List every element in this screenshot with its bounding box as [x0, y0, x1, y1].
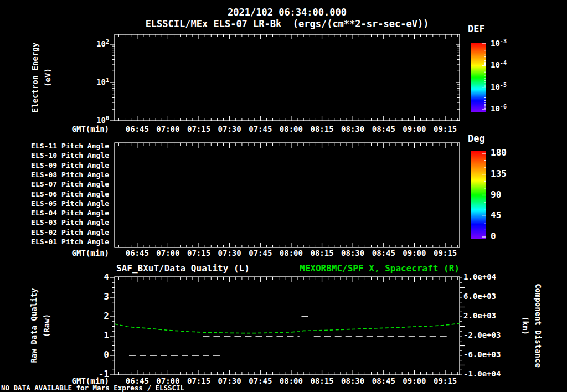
time-tick-label: 08:45: [372, 249, 395, 257]
pitch-row-label: ELS-05 Pitch Angle: [31, 200, 109, 208]
pitch-row-label: ELS-09 Pitch Angle: [31, 162, 109, 169]
pitch-row-label: ELS-08 Pitch Angle: [31, 171, 109, 179]
def-colorbar: [471, 43, 486, 112]
def-tick-label: 10-5: [491, 82, 507, 91]
time-tick-label: 09:00: [403, 125, 426, 133]
quality-tick-label: 4: [104, 272, 109, 282]
time-tick-label: 08:00: [280, 377, 303, 385]
time-tick-label: 08:30: [341, 377, 364, 385]
colorbar-def-label: DEF: [468, 24, 485, 34]
pitch-row-label: ELS-11 Pitch Angle: [31, 142, 109, 150]
time-tick-label: 09:15: [434, 249, 457, 257]
time-tick-label: 07:45: [249, 125, 272, 133]
quality-tick-label: -1: [99, 369, 109, 379]
quality-tick-label: 3: [104, 292, 109, 302]
energy-tick-label: 101: [96, 77, 109, 86]
time-tick-label: 07:15: [187, 249, 210, 257]
instrument-title: ELSSCIL/MEx ELS-07 LR-Bk (ergs/(cm**2-sr…: [115, 19, 460, 29]
quality-tick-label: 1: [104, 331, 109, 341]
quality-tick-label: 2: [104, 311, 109, 321]
time-tick-label: 09:00: [403, 377, 426, 385]
pitch-row-label: ELS-04 Pitch Angle: [31, 209, 109, 217]
quality-tick-label: 0: [104, 350, 109, 360]
gmt-label-panel1: GMT(min): [0, 125, 109, 133]
time-tick-label: 09:15: [434, 377, 457, 385]
time-tick-label: 07:15: [187, 125, 210, 133]
time-tick-label: 07:30: [218, 377, 241, 385]
distance-axis-unit: (km): [520, 316, 529, 335]
energy-axis-label: Electron Energy: [31, 43, 39, 112]
time-tick-label: 08:15: [310, 249, 333, 257]
timestamp-title: 2021/102 06:34:00.000: [115, 7, 460, 18]
pitch-row-label: ELS-01 Pitch Angle: [31, 238, 109, 246]
panel-frame: [115, 277, 460, 375]
deg-tick-label: 45: [491, 210, 501, 220]
time-tick-label: 09:00: [403, 249, 426, 257]
time-tick-label: 09:15: [434, 125, 457, 133]
pitch-row-label: ELS-06 Pitch Angle: [31, 190, 109, 198]
deg-tick-label: 0: [491, 231, 496, 241]
time-tick-label: 08:15: [310, 125, 333, 133]
time-tick-label: 06:45: [126, 125, 149, 133]
spacecraft-distance-line: [115, 323, 460, 333]
distance-axis-label: Component Distance: [533, 283, 542, 368]
time-tick-label: 08:00: [280, 125, 303, 133]
distance-tick-label: -2.0e+03: [463, 331, 501, 339]
time-tick-label: 08:30: [341, 249, 364, 257]
time-tick-label: 08:30: [341, 125, 364, 133]
colorbar-deg-label: Deg: [468, 133, 485, 144]
time-tick-label: 08:15: [310, 377, 333, 385]
energy-tick-label: 102: [96, 39, 109, 48]
distance-tick-label: 2.0e+03: [463, 312, 496, 320]
energy-axis-unit: (eV): [44, 68, 52, 87]
time-tick-label: 07:30: [218, 249, 241, 257]
def-tick-label: 10-3: [491, 38, 507, 48]
pitch-row-label: ELS-02 Pitch Angle: [31, 229, 109, 236]
time-tick-label: 07:00: [156, 249, 179, 257]
time-tick-label: 07:15: [187, 377, 210, 385]
quality-axis-label: Raw Data Quality: [30, 288, 38, 363]
gmt-label-panel2: GMT(min): [0, 249, 109, 257]
time-tick-label: 06:45: [126, 377, 149, 385]
quality-axis-unit: (Raw): [43, 314, 51, 337]
distance-tick-label: -6.0e+03: [463, 350, 501, 359]
time-tick-label: 08:00: [280, 249, 303, 257]
panel-frame: [115, 143, 460, 247]
distance-tick-label: -1.0e+04: [463, 370, 501, 378]
quality-series-title: SAF_BXuT/Data Quality (L): [116, 264, 250, 274]
distance-tick-label: 6.0e+03: [463, 292, 496, 301]
distance-tick-label: 1.0e+04: [463, 273, 496, 281]
def-tick-label: 10-4: [491, 60, 507, 69]
deg-tick-label: 135: [491, 169, 507, 179]
deg-tick-label: 180: [491, 148, 507, 158]
time-tick-label: 08:45: [372, 377, 395, 385]
time-tick-label: 06:45: [126, 249, 149, 257]
energy-tick-label: 100: [96, 115, 109, 125]
time-tick-label: 07:00: [156, 377, 179, 385]
time-tick-label: 07:00: [156, 125, 179, 133]
deg-tick-label: 90: [491, 190, 501, 200]
pitch-row-label: ELS-07 Pitch Angle: [31, 180, 109, 188]
panel-frame: [115, 34, 460, 121]
spacecraft-series-title: MEXORBMC/SPF X, Spacecraft (R): [300, 264, 460, 274]
pitch-row-label: ELS-10 Pitch Angle: [31, 152, 109, 159]
time-tick-label: 08:45: [372, 125, 395, 133]
time-tick-label: 07:45: [249, 377, 272, 385]
def-tick-label: 10-6: [491, 104, 507, 113]
time-tick-label: 07:30: [218, 125, 241, 133]
time-tick-label: 07:45: [249, 249, 272, 257]
pitch-row-label: ELS-03 Pitch Angle: [31, 219, 109, 226]
plot-screen: 2021/102 06:34:00.000 ELSSCIL/MEx ELS-07…: [0, 0, 567, 392]
